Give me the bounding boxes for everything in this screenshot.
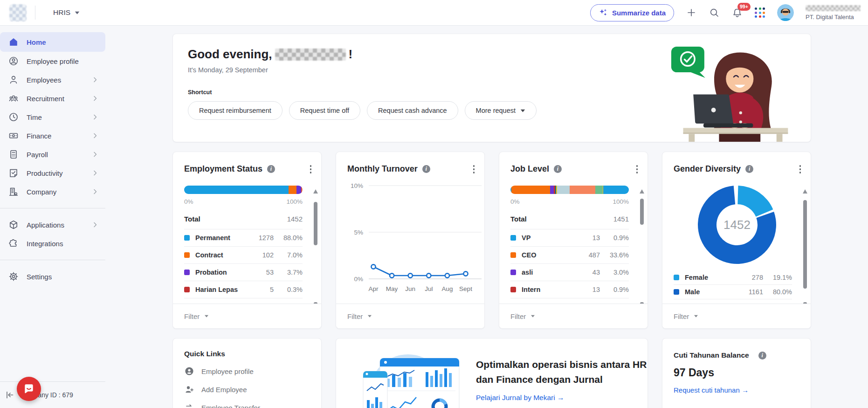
sidebar-item-employees[interactable]: Employees xyxy=(0,70,105,89)
quick-link-employee-profile[interactable]: Employee profile xyxy=(184,366,310,376)
sidebar-item-finance[interactable]: Finance xyxy=(0,126,105,145)
legend-row-asli: asli 43 3.0% xyxy=(510,264,629,281)
greeting-card: Good evening, ! It's Monday, 29 Septembe… xyxy=(172,34,811,142)
quick-links-list: Employee profile Add Employee Employee T… xyxy=(184,366,310,408)
sidebar-nav: Home Employee profile Employees Recruitm… xyxy=(0,26,105,286)
sidebar-item-payroll[interactable]: Payroll xyxy=(0,145,105,164)
total-row: Total 1452 xyxy=(184,215,303,229)
chevron-right-icon xyxy=(91,95,99,102)
collapse-sidebar-icon[interactable] xyxy=(5,390,15,400)
legend-row-vp: VP 13 0.9% xyxy=(510,229,629,247)
gender-diversity-card: Gender Diversity 1452 Female 278 19.1% M… xyxy=(662,152,811,329)
info-icon[interactable] xyxy=(554,165,562,173)
kebab-menu-icon[interactable] xyxy=(797,163,804,176)
productivity-icon xyxy=(8,168,20,178)
sidebar-item-home[interactable]: Home xyxy=(0,32,105,52)
svg-text:Sept: Sept xyxy=(459,285,472,292)
summarize-label: Summarize data xyxy=(612,9,666,17)
more-request-button[interactable]: More request xyxy=(465,101,537,120)
info-icon[interactable] xyxy=(422,165,430,173)
chevron-right-icon xyxy=(91,188,99,195)
sparkle-icon xyxy=(599,8,608,17)
sidebar-item-applications[interactable]: Applications xyxy=(0,215,105,234)
legend-row-harian-lepas: Harian Lepas 5 0.3% xyxy=(184,281,303,298)
scrollbar[interactable] xyxy=(313,189,318,306)
product-switcher[interactable]: HRIS xyxy=(53,8,80,17)
search-icon[interactable] xyxy=(709,7,720,18)
sidebar-item-time[interactable]: Time xyxy=(0,108,105,126)
app-logo[interactable] xyxy=(9,4,27,21)
legend-row-ceo: CEO 487 33.6% xyxy=(510,247,629,264)
quick-links-card: Quick Links Employee profile Add Employe… xyxy=(172,338,322,408)
legend-row-permanent: Permanent 1278 88.0% xyxy=(184,229,303,247)
quick-link-employee-transfer[interactable]: Employee Transfer xyxy=(184,402,310,408)
request-leave-link[interactable]: Request cuti tahunan → xyxy=(674,386,749,394)
shortcut-request-cash-advance-button[interactable]: Request cash advance xyxy=(367,101,458,120)
legend-row-female: Female 278 19.1% xyxy=(674,270,792,285)
chevron-right-icon xyxy=(91,151,99,158)
notifications-icon[interactable]: 99+ xyxy=(731,7,743,18)
chat-button[interactable] xyxy=(17,377,41,401)
finance-icon xyxy=(8,131,20,141)
filter-dropdown[interactable]: Filter xyxy=(499,304,648,328)
kebab-menu-icon[interactable] xyxy=(308,163,314,176)
gender-legend: Female 278 19.1% Male 1161 80.0% xyxy=(674,270,800,299)
avatar[interactable] xyxy=(777,4,794,21)
employee-transfer-icon xyxy=(184,402,194,408)
donut-center-value: 1452 xyxy=(696,184,778,266)
sidebar-item-employee-profile[interactable]: Employee profile xyxy=(0,52,105,70)
shortcut-request-time-off-button[interactable]: Request time off xyxy=(289,101,360,120)
sidebar-item-productivity[interactable]: Productivity xyxy=(0,164,105,182)
sidebar-item-integrations[interactable]: Integrations xyxy=(0,234,105,253)
kebab-menu-icon[interactable] xyxy=(634,163,641,176)
filter-dropdown[interactable]: Filter xyxy=(336,304,484,328)
filter-dropdown[interactable]: Filter xyxy=(173,304,321,328)
svg-text:May: May xyxy=(386,285,398,292)
employment-status-card: Employment Status 0%100% Total 1452 Perm… xyxy=(172,152,322,329)
chevron-right-icon xyxy=(91,132,99,139)
applications-icon xyxy=(8,220,20,230)
greeting-name-redacted xyxy=(275,48,346,61)
bar-scale: 0%100% xyxy=(510,198,629,205)
employee-profile-icon xyxy=(8,56,20,66)
chevron-down-icon xyxy=(204,315,209,318)
monthly-turnover-card: Monthly Turnover 0%5%10%AprMayJunJulAugS… xyxy=(336,152,485,329)
info-icon[interactable] xyxy=(758,352,766,360)
gender-donut-chart: 1452 xyxy=(696,184,778,266)
job-level-bar xyxy=(510,186,629,194)
sidebar-item-recruitment[interactable]: Recruitment xyxy=(0,89,105,108)
info-icon[interactable] xyxy=(267,165,275,173)
turnover-chart: 0%5%10%AprMayJunJulAugSept xyxy=(347,179,485,297)
jurnal-banner[interactable]: Optimalkan operasi bisnis antara HR dan … xyxy=(336,338,648,408)
legend-row-contract: Contract 102 7.0% xyxy=(184,247,303,264)
svg-text:Apr: Apr xyxy=(368,285,379,292)
chevron-down-icon xyxy=(75,11,80,14)
notification-badge: 99+ xyxy=(737,3,751,11)
jurnal-banner-illustration xyxy=(343,341,473,408)
info-icon[interactable] xyxy=(745,165,753,173)
add-icon[interactable] xyxy=(686,7,697,18)
kebab-menu-icon[interactable] xyxy=(471,163,477,176)
sidebar-item-settings[interactable]: Settings xyxy=(0,267,105,286)
integrations-icon xyxy=(8,238,20,249)
job-level-card: Job Level 0%100% Total 1451 VP 13 0.9% xyxy=(499,152,648,329)
user-name-redacted xyxy=(806,5,861,11)
chevron-right-icon xyxy=(91,221,99,228)
banner-link[interactable]: Pelajari Jurnal by Mekari → xyxy=(476,394,565,402)
summarize-data-button[interactable]: Summarize data xyxy=(590,4,674,21)
payroll-icon xyxy=(8,149,20,159)
apps-grid-icon[interactable] xyxy=(754,7,765,18)
scrollbar[interactable] xyxy=(803,189,807,306)
filter-dropdown[interactable]: Filter xyxy=(662,304,811,328)
leave-balance-card: Cuti Tahunan Balance 97 Days Request cut… xyxy=(662,338,811,408)
quick-links-title: Quick Links xyxy=(184,350,310,358)
shortcut-request-reimbursement-button[interactable]: Request reimbursement xyxy=(188,101,282,120)
company-icon xyxy=(8,187,20,197)
user-menu[interactable]: PT. Digital Talenta xyxy=(806,5,861,21)
scrollbar[interactable] xyxy=(640,189,644,306)
quick-link-add-employee[interactable]: Add Employee xyxy=(184,384,310,394)
svg-text:5%: 5% xyxy=(354,229,363,236)
chevron-down-icon xyxy=(694,315,698,318)
sidebar-item-company[interactable]: Company xyxy=(0,182,105,201)
total-row: Total 1451 xyxy=(510,215,629,229)
